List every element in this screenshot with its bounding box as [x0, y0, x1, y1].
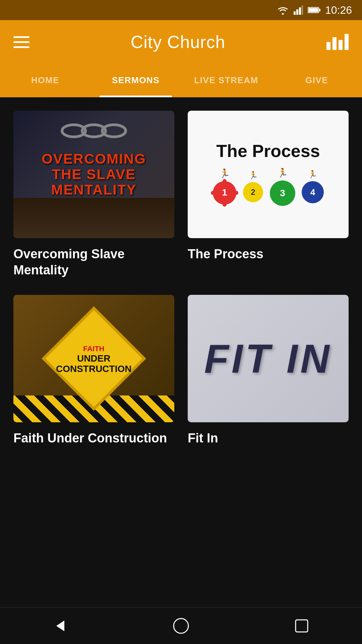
svg-point-12	[223, 179, 227, 183]
svg-rect-5	[319, 9, 320, 11]
svg-rect-2	[299, 7, 301, 15]
svg-text:1: 1	[222, 187, 227, 198]
sermon-card-overcoming-slave-mentality[interactable]: OVERCOMINGTHE SLAVEMENTALITY Overcoming …	[13, 111, 174, 278]
sermon-thumbnail-process: The Process 🏃 1	[188, 111, 349, 238]
sermon-title-faith: Faith Under Construction	[13, 430, 174, 446]
back-arrow-icon	[52, 618, 68, 634]
bottom-nav	[0, 607, 362, 644]
home-circle-icon	[173, 618, 189, 634]
sermon-card-fit-in[interactable]: FIT IN Fit In	[188, 295, 349, 446]
recent-apps-button[interactable]	[292, 616, 312, 636]
sermon-thumbnail-faith: FAITH UNDER CONSTRUCTION	[13, 295, 174, 422]
svg-rect-3	[302, 5, 303, 15]
sermon-thumbnail-fitin: FIT IN	[188, 295, 349, 422]
fitin-display-text: FIT IN	[204, 335, 332, 382]
wifi-icon	[277, 5, 289, 15]
svg-marker-22	[56, 621, 64, 631]
tab-sermons[interactable]: SERMONS	[90, 64, 181, 97]
chains-icon	[60, 117, 127, 144]
svg-point-14	[211, 191, 215, 195]
battery-icon	[308, 6, 320, 14]
svg-point-23	[174, 619, 188, 633]
status-time: 10:26	[325, 4, 352, 16]
svg-rect-24	[296, 620, 308, 632]
svg-rect-0	[294, 11, 296, 15]
svg-text:3: 3	[280, 188, 285, 198]
status-icons: 10:26	[277, 4, 352, 16]
svg-text:4: 4	[310, 187, 315, 197]
sermons-content: OVERCOMINGTHE SLAVEMENTALITY Overcoming …	[0, 97, 362, 446]
signal-icon	[294, 5, 303, 15]
app-title: City Church	[131, 32, 226, 52]
svg-text:2: 2	[251, 187, 255, 197]
svg-rect-1	[296, 9, 298, 15]
svg-point-13	[223, 203, 227, 207]
back-button[interactable]	[50, 616, 70, 636]
faith-sign: FAITH UNDER CONSTRUCTION	[42, 306, 146, 411]
svg-rect-6	[308, 8, 318, 12]
gears-row: 🏃 1	[210, 168, 326, 208]
home-button[interactable]	[171, 616, 191, 636]
sermon-card-the-process[interactable]: The Process 🏃 1	[188, 111, 349, 278]
bar-chart-button[interactable]	[326, 34, 349, 50]
hamburger-menu-button[interactable]	[13, 36, 29, 48]
tab-home[interactable]: HOME	[0, 64, 90, 97]
nav-tabs: HOME SERMONS LIVE STREAM GIVE	[0, 64, 362, 97]
app-header: City Church	[0, 20, 362, 64]
tab-livestream[interactable]: LIVE STREAM	[181, 64, 272, 97]
tab-give[interactable]: GIVE	[272, 64, 362, 97]
svg-point-15	[234, 191, 238, 195]
recent-apps-square-icon	[294, 619, 309, 633]
sermon-title-fitin: Fit In	[188, 430, 349, 446]
sermon-thumbnail-slave: OVERCOMINGTHE SLAVEMENTALITY	[13, 111, 174, 238]
sermon-title-slave: Overcoming Slave Mentality	[13, 246, 174, 278]
sermon-card-faith-under-construction[interactable]: FAITH UNDER CONSTRUCTION Faith Under Con…	[13, 295, 174, 446]
status-bar: 10:26	[0, 0, 362, 20]
sermon-title-process: The Process	[188, 246, 349, 262]
sermon-grid: OVERCOMINGTHE SLAVEMENTALITY Overcoming …	[13, 111, 349, 446]
